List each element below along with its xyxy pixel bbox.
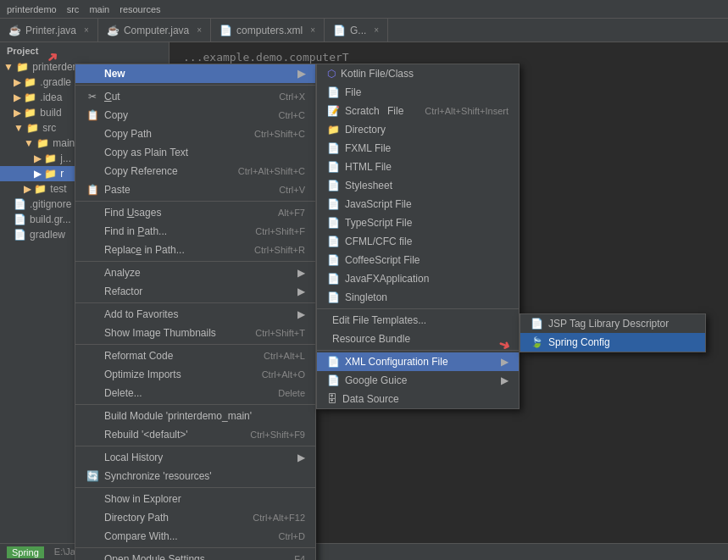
menu-divider-1	[75, 85, 315, 86]
submenu-item-js[interactable]: 📄 JavaScript File	[317, 195, 519, 213]
new-submenu-arrow: ▶	[297, 68, 305, 80]
submenu-xml: 📄 JSP Tag Library Descriptor 🍃 Spring Co…	[520, 313, 706, 352]
menu-item-copy-plain[interactable]: Copy as Plain Text	[75, 143, 315, 162]
menu-item-compare[interactable]: Compare With... Ctrl+D	[75, 527, 315, 546]
js-icon: 📄	[327, 198, 340, 210]
toolbar-main[interactable]: main	[89, 4, 109, 14]
menu-item-optimize[interactable]: Optimize Imports Ctrl+Alt+O	[75, 365, 315, 384]
toolbar-src[interactable]: src	[67, 4, 80, 14]
submenu-label-data-source: Data Source	[342, 393, 399, 405]
submenu-item-file[interactable]: 📄 File	[317, 83, 519, 102]
tab-printer-java[interactable]: ☕ Printer.java ×	[0, 19, 98, 42]
menu-item-add-favorites[interactable]: Add to Favorites ▶	[75, 305, 315, 324]
menu-label-dir-path: Directory Path	[104, 512, 169, 524]
submenu-item-kotlin[interactable]: ⬡ Kotlin File/Class	[317, 64, 519, 83]
file-icon: 📄	[333, 25, 346, 36]
submenu-item-coffee[interactable]: 📄 CoffeeScript File	[317, 251, 519, 269]
submenu-item-resource-bundle[interactable]: Resource Bundle	[317, 330, 519, 348]
menu-item-copy[interactable]: 📋 Copy Ctrl+C	[75, 106, 315, 125]
thumbnails-shortcut: Ctrl+Shift+T	[255, 328, 305, 338]
submenu-label-directory: Directory	[345, 124, 386, 136]
copy-icon: 📋	[86, 109, 99, 121]
menu-item-thumbnails[interactable]: Show Image Thumbnails Ctrl+Shift+T	[75, 324, 315, 342]
submenu-item-singleton[interactable]: 📄 Singleton	[317, 288, 519, 307]
submenu-xml-item-spring[interactable]: 🍃 Spring Config	[520, 333, 705, 352]
toolbar-resources[interactable]: resources	[119, 4, 160, 14]
menu-item-show-explorer[interactable]: Show in Explorer	[75, 490, 315, 508]
status-spring-button[interactable]: Spring	[7, 546, 44, 558]
tab-computer-java[interactable]: ☕ Computer.java ×	[98, 19, 211, 42]
submenu-item-cfml[interactable]: 📄 CFML/CFC file	[317, 232, 519, 251]
menu-item-cut[interactable]: ✂ Cut Ctrl+X	[75, 87, 315, 106]
menu-item-build-module[interactable]: Build Module 'printerdemo_main'	[75, 407, 315, 425]
local-history-arrow: ▶	[297, 452, 305, 463]
menu-item-rebuild[interactable]: Rebuild '<default>' Ctrl+Shift+F9	[75, 425, 315, 444]
delete-shortcut: Delete	[278, 388, 305, 398]
submenu-item-xml-config[interactable]: 📄 XML Configuration File ▶	[317, 352, 519, 371]
menu-item-synchronize[interactable]: 🔄 Synchronize 'resources'	[75, 467, 315, 485]
html-icon: 📄	[327, 161, 340, 173]
submenu-label-stylesheet: Stylesheet	[345, 180, 392, 191]
menu-item-find-usages[interactable]: Find Usages Alt+F7	[75, 203, 315, 222]
replace-path-shortcut: Ctrl+Shift+R	[254, 245, 305, 255]
menu-item-refactor[interactable]: Refactor ▶	[75, 282, 315, 301]
submenu-item-javafx[interactable]: 📄 JavaFXApplication	[317, 269, 519, 288]
xml-config-icon: 📄	[327, 356, 340, 368]
menu-item-new[interactable]: New ▶	[75, 64, 315, 83]
submenu-label-js: JavaScript File	[345, 198, 412, 210]
submenu-label-resource-bundle: Resource Bundle	[332, 333, 410, 345]
submenu-item-scratch[interactable]: 📝 Scratch File Ctrl+Alt+Shift+Insert	[317, 102, 519, 120]
menu-item-find-path[interactable]: Find in Path... Ctrl+Shift+F	[75, 222, 315, 241]
submenu-label-singleton: Singleton	[345, 291, 387, 303]
menu-label-delete: Delete...	[104, 387, 142, 399]
tab-close-computer[interactable]: ×	[197, 25, 202, 35]
submenu-item-edit-templates[interactable]: Edit File Templates...	[317, 311, 519, 330]
menu-item-dir-path[interactable]: Directory Path Ctrl+Alt+F12	[75, 508, 315, 527]
menu-label-find-path: Find in Path...	[104, 225, 167, 237]
menu-item-delete[interactable]: Delete... Delete	[75, 384, 315, 402]
menu-item-copy-ref[interactable]: Copy Reference Ctrl+Alt+Shift+C	[75, 162, 315, 180]
menu-label-find-usages: Find Usages	[104, 207, 161, 219]
tab-g[interactable]: 📄 G... ×	[325, 19, 388, 42]
file-new-icon: 📄	[327, 86, 340, 98]
submenu-item-fxml[interactable]: 📄 FXML File	[317, 139, 519, 158]
tab-computers-xml[interactable]: 📄 computers.xml ×	[211, 19, 325, 42]
kotlin-icon: ⬡	[327, 68, 336, 80]
menu-label-show-explorer: Show in Explorer	[104, 493, 181, 505]
submenu-item-ts[interactable]: 📄 TypeScript File	[317, 213, 519, 232]
menu-label-replace-path: Replace in Path...	[104, 244, 185, 256]
tab-close-xml[interactable]: ×	[310, 25, 315, 35]
submenu-item-google-guice[interactable]: 📄 Google Guice ▶	[317, 371, 519, 390]
menu-item-copy-path[interactable]: Copy Path Ctrl+Shift+C	[75, 125, 315, 143]
toolbar-printerdemo[interactable]: printerdemo	[7, 4, 57, 14]
menu-item-analyze[interactable]: Analyze ▶	[75, 263, 315, 282]
menu-item-module-settings[interactable]: Open Module Settings F4	[75, 550, 315, 560]
folder-icon-build: ▶ 📁	[14, 107, 36, 119]
paste-shortcut: Ctrl+V	[279, 185, 305, 195]
tab-close-printer[interactable]: ×	[84, 25, 89, 35]
java-icon: ☕	[8, 25, 21, 36]
menu-item-replace-path[interactable]: Replace in Path... Ctrl+Shift+R	[75, 241, 315, 259]
submenu-item-data-source[interactable]: 🗄 Data Source	[317, 390, 519, 408]
submenu-item-directory[interactable]: 📁 Directory	[317, 120, 519, 139]
cut-shortcut: Ctrl+X	[279, 91, 305, 102]
tab-close-g[interactable]: ×	[374, 25, 379, 35]
paste-icon: 📋	[86, 184, 99, 196]
submenu-divider-1	[317, 308, 519, 309]
submenu-label-javafx: JavaFXApplication	[345, 273, 429, 285]
project-label: Project	[7, 46, 38, 56]
submenu-xml-label-spring: Spring Config	[548, 336, 610, 348]
submenu-item-stylesheet[interactable]: 📄 Stylesheet	[317, 176, 519, 195]
reformat-shortcut: Ctrl+Alt+L	[264, 351, 305, 361]
menu-item-reformat[interactable]: Reformat Code Ctrl+Alt+L	[75, 347, 315, 365]
submenu-xml-item-jsp[interactable]: 📄 JSP Tag Library Descriptor	[520, 314, 705, 333]
menu-divider-5	[75, 344, 315, 345]
submenu-divider-2	[317, 350, 519, 351]
menu-item-paste[interactable]: 📋 Paste Ctrl+V	[75, 180, 315, 199]
menu-item-local-history[interactable]: Local History ▶	[75, 448, 315, 467]
file-icon-gitignore: 📄	[14, 198, 26, 210]
menu-label-copy-plain: Copy as Plain Text	[104, 147, 188, 158]
submenu-item-html[interactable]: 📄 HTML File	[317, 158, 519, 176]
dir-icon: 📁	[327, 124, 340, 136]
module-settings-shortcut: F4	[294, 554, 305, 560]
